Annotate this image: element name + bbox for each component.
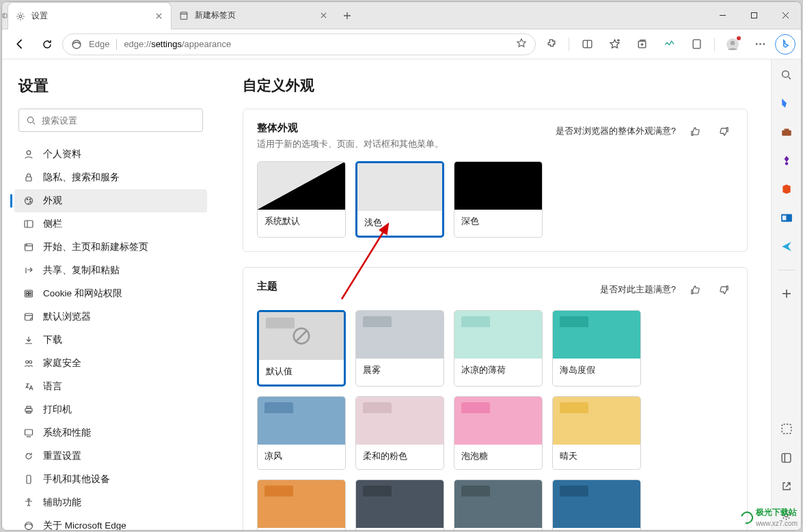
theme-option-4[interactable]: 凉风 <box>257 396 346 470</box>
sidebar-item-5[interactable]: 共享、复制和粘贴 <box>14 259 207 282</box>
window-maximize[interactable] <box>738 2 770 29</box>
sidebar-item-1[interactable]: 隐私、搜索和服务 <box>14 166 207 189</box>
favorite-icon[interactable] <box>516 38 527 51</box>
sidebar-item-label: 侧栏 <box>43 218 62 230</box>
reset-icon <box>23 450 35 462</box>
sidebar-item-13[interactable]: 重置设置 <box>14 445 207 468</box>
window-close[interactable] <box>770 2 801 29</box>
card-title: 主题 <box>257 280 277 293</box>
theme-option-3[interactable]: 海岛度假 <box>552 310 641 387</box>
svg-rect-58 <box>27 475 31 484</box>
tab-actions-button[interactable] <box>2 2 8 29</box>
sidebar-item-14[interactable]: 手机和其他设备 <box>14 468 207 491</box>
search-input[interactable] <box>18 109 203 132</box>
appearance-option-dark[interactable]: 深色 <box>454 161 543 238</box>
window-minimize[interactable] <box>707 2 738 29</box>
thumbs-up-icon[interactable] <box>685 122 705 141</box>
layout-icon[interactable] <box>778 449 795 466</box>
appearance-option-light[interactable]: 浅色 <box>355 161 444 238</box>
refresh-button[interactable] <box>35 33 59 55</box>
back-button[interactable] <box>8 33 32 55</box>
sidebar-item-4[interactable]: 开始、主页和新建标签页 <box>14 236 207 259</box>
sidebar-item-10[interactable]: 语言 <box>14 375 207 398</box>
download-icon <box>23 334 35 346</box>
sidebar-item-15[interactable]: 辅助功能 <box>14 491 207 514</box>
svg-line-65 <box>789 76 791 79</box>
svg-rect-66 <box>782 130 791 136</box>
profile-icon[interactable] <box>720 33 745 55</box>
office-icon[interactable] <box>778 181 795 197</box>
thumbs-down-icon[interactable] <box>714 280 733 299</box>
theme-option-7[interactable]: 晴天 <box>552 396 641 470</box>
games-icon[interactable] <box>778 152 795 169</box>
external-icon[interactable] <box>778 478 795 494</box>
a11y-icon <box>23 496 35 509</box>
toolbar: Edge edge://settings/appearance <box>2 29 801 59</box>
svg-rect-56 <box>25 430 33 435</box>
theme-option-0[interactable]: 默认值 <box>257 310 346 387</box>
close-icon[interactable] <box>153 11 164 22</box>
outlook-icon[interactable] <box>778 210 795 226</box>
swatch-label: 系统默认 <box>258 210 345 234</box>
svg-rect-73 <box>782 424 791 434</box>
shopping-icon[interactable] <box>778 95 795 111</box>
send-icon[interactable] <box>778 238 795 255</box>
favorites-icon[interactable] <box>602 33 627 55</box>
collections-icon[interactable] <box>629 33 654 55</box>
sidebar-item-6[interactable]: Cookie 和网站权限 <box>14 282 207 305</box>
tools-icon[interactable] <box>778 124 795 140</box>
appearance-option-system[interactable]: 系统默认 <box>257 161 346 238</box>
theme-option-6[interactable]: 泡泡糖 <box>454 396 543 470</box>
performance-icon[interactable] <box>657 33 681 55</box>
close-icon[interactable] <box>318 10 329 21</box>
feedback-text: 是否对此主题满意? <box>600 284 676 296</box>
extensions-icon[interactable] <box>539 33 563 55</box>
address-bar[interactable]: Edge edge://settings/appearance <box>62 33 536 55</box>
svg-point-52 <box>29 361 32 363</box>
theme-option-10[interactable]: 冷色石板 <box>454 479 543 530</box>
swatch-label: 浅色 <box>357 211 442 236</box>
theme-label: 凉风 <box>258 445 345 469</box>
sidebar-item-11[interactable]: 打印机 <box>14 398 207 421</box>
sidebar-item-label: Cookie 和网站权限 <box>43 288 122 300</box>
thumbs-down-icon[interactable] <box>714 122 733 141</box>
phone-icon <box>23 473 35 486</box>
sidebar-item-16[interactable]: 关于 Microsoft Edge <box>14 514 207 530</box>
app-icon[interactable] <box>684 33 709 55</box>
screenshot-icon[interactable] <box>778 421 795 437</box>
search-icon[interactable] <box>778 66 795 83</box>
sidebar-item-9[interactable]: 家庭安全 <box>14 352 207 375</box>
theme-label: 晴天 <box>553 445 640 469</box>
sidebar-item-label: 隐私、搜索和服务 <box>43 171 120 184</box>
more-icon[interactable] <box>748 33 772 55</box>
add-icon[interactable] <box>778 285 795 302</box>
svg-point-31 <box>27 117 33 122</box>
feedback-text: 是否对浏览器的整体外观满意? <box>556 126 676 137</box>
sidebar-item-8[interactable]: 下载 <box>14 328 207 352</box>
new-tab-button[interactable] <box>336 2 359 29</box>
sidebar-item-3[interactable]: 侧栏 <box>14 212 207 236</box>
theme-option-9[interactable]: 雨夜 <box>355 479 444 530</box>
tab-settings[interactable]: 设置 <box>8 2 172 29</box>
sidebar-item-label: 手机和其他设备 <box>43 473 110 486</box>
bing-icon[interactable] <box>775 34 795 55</box>
theme-option-11[interactable]: 月光 <box>552 479 641 530</box>
theme-option-2[interactable]: 冰凉的薄荷 <box>454 310 543 387</box>
svg-point-36 <box>27 199 28 200</box>
share-icon <box>23 264 35 277</box>
cookie-icon <box>23 288 35 300</box>
tab-newtab-page[interactable]: 新建标签页 <box>172 2 336 29</box>
paint-icon <box>23 195 35 207</box>
theme-option-8[interactable]: 芒果天堂 <box>257 479 346 530</box>
theme-option-5[interactable]: 柔和的粉色 <box>355 396 444 470</box>
theme-option-1[interactable]: 晨雾 <box>355 310 444 387</box>
svg-point-51 <box>26 361 29 363</box>
thumbs-up-icon[interactable] <box>685 280 705 299</box>
sidebar-item-0[interactable]: 个人资料 <box>14 143 207 166</box>
sidebar-item-12[interactable]: 系统和性能 <box>14 421 207 445</box>
sidebar-item-7[interactable]: 默认浏览器 <box>14 305 207 328</box>
sidebar-item-2[interactable]: 外观 <box>14 189 207 212</box>
svg-point-61 <box>25 522 33 530</box>
split-screen-icon[interactable] <box>575 33 599 55</box>
sidebar-item-label: 辅助功能 <box>43 496 81 509</box>
